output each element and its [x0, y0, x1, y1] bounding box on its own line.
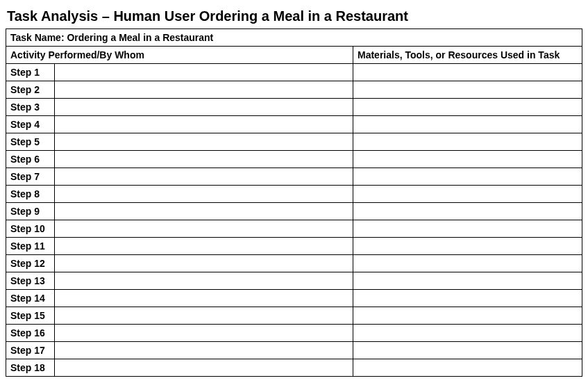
materials-cell: [353, 203, 582, 220]
materials-cell: [353, 290, 582, 307]
table-row: Step 17: [6, 342, 582, 359]
table-row: Step 9: [6, 203, 582, 220]
materials-cell: [353, 168, 582, 186]
table-row: Step 16: [6, 325, 582, 342]
activity-cell: [55, 325, 353, 342]
table-row: Step 11: [6, 238, 582, 255]
materials-cell: [353, 116, 582, 133]
table-row: Step 10: [6, 220, 582, 238]
activity-header: Activity Performed/By Whom: [6, 47, 353, 64]
task-name-cell: Task Name: Ordering a Meal in a Restaura…: [6, 29, 582, 47]
table-row: Step 13: [6, 272, 582, 290]
activity-cell: [55, 359, 353, 377]
table-row: Step 12: [6, 255, 582, 272]
activity-cell: [55, 133, 353, 151]
materials-header: Materials, Tools, or Resources Used in T…: [353, 47, 582, 64]
materials-cell: [353, 255, 582, 272]
table-row: Step 4: [6, 116, 582, 133]
activity-cell: [55, 203, 353, 220]
activity-cell: [55, 272, 353, 290]
step-label: Step 4: [6, 116, 55, 133]
table-row: Step 1: [6, 64, 582, 81]
materials-cell: [353, 307, 582, 325]
task-name-row: Task Name: Ordering a Meal in a Restaura…: [6, 29, 582, 47]
page-title: Task Analysis – Human User Ordering a Me…: [6, 6, 582, 28]
materials-cell: [353, 342, 582, 359]
activity-cell: [55, 186, 353, 203]
activity-cell: [55, 220, 353, 238]
step-label: Step 1: [6, 64, 55, 81]
table-row: Step 3: [6, 99, 582, 116]
step-label: Step 6: [6, 151, 55, 168]
materials-cell: [353, 325, 582, 342]
activity-cell: [55, 168, 353, 186]
table-row: Step 18: [6, 359, 582, 377]
activity-cell: [55, 307, 353, 325]
materials-cell: [353, 81, 582, 99]
step-label: Step 10: [6, 220, 55, 238]
materials-cell: [353, 151, 582, 168]
materials-cell: [353, 133, 582, 151]
table-row: Step 8: [6, 186, 582, 203]
step-label: Step 16: [6, 325, 55, 342]
materials-cell: [353, 186, 582, 203]
activity-cell: [55, 151, 353, 168]
table-row: Step 6: [6, 151, 582, 168]
step-label: Step 18: [6, 359, 55, 377]
materials-cell: [353, 359, 582, 377]
step-label: Step 8: [6, 186, 55, 203]
activity-cell: [55, 290, 353, 307]
table-row: Step 7: [6, 168, 582, 186]
activity-cell: [55, 238, 353, 255]
table-row: Step 5: [6, 133, 582, 151]
step-label: Step 14: [6, 290, 55, 307]
step-label: Step 9: [6, 203, 55, 220]
task-analysis-table: Task Name: Ordering a Meal in a Restaura…: [6, 28, 582, 377]
activity-cell: [55, 342, 353, 359]
table-row: Step 15: [6, 307, 582, 325]
activity-cell: [55, 81, 353, 99]
step-label: Step 5: [6, 133, 55, 151]
materials-cell: [353, 64, 582, 81]
table-row: Step 2: [6, 81, 582, 99]
step-label: Step 12: [6, 255, 55, 272]
step-label: Step 11: [6, 238, 55, 255]
table-row: Step 14: [6, 290, 582, 307]
activity-cell: [55, 99, 353, 116]
step-label: Step 2: [6, 81, 55, 99]
step-label: Step 7: [6, 168, 55, 186]
materials-cell: [353, 220, 582, 238]
materials-cell: [353, 99, 582, 116]
materials-cell: [353, 272, 582, 290]
activity-cell: [55, 64, 353, 81]
activity-cell: [55, 255, 353, 272]
materials-cell: [353, 238, 582, 255]
step-label: Step 3: [6, 99, 55, 116]
activity-cell: [55, 116, 353, 133]
step-label: Step 15: [6, 307, 55, 325]
column-header-row: Activity Performed/By Whom Materials, To…: [6, 47, 582, 64]
step-label: Step 17: [6, 342, 55, 359]
step-label: Step 13: [6, 272, 55, 290]
